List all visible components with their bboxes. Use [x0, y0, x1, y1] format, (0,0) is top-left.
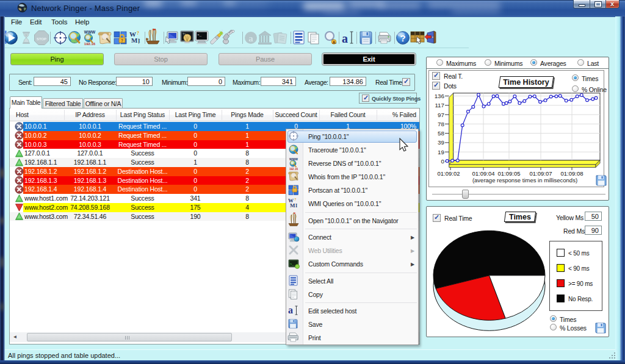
svg-text:WWW: WWW — [289, 157, 298, 161]
svg-text:?: ? — [294, 197, 297, 202]
svg-text:01:09:02: 01:09:02 — [438, 170, 460, 177]
svg-text:0: 0 — [441, 158, 445, 165]
svg-text:78: 78 — [438, 121, 444, 127]
svg-text:117: 117 — [435, 102, 444, 109]
svg-text:136: 136 — [435, 93, 445, 99]
svg-text:01:09:05: 01:09:05 — [498, 170, 521, 177]
svg-text:39: 39 — [438, 139, 444, 146]
svg-text:97: 97 — [438, 112, 444, 118]
svg-text:19: 19 — [438, 149, 444, 155]
svg-text:I: I — [295, 203, 297, 209]
svg-text:58: 58 — [438, 130, 444, 137]
svg-text:01:09:07: 01:09:07 — [530, 170, 552, 177]
svg-text:(average response times in mil: (average response times in milliseconds) — [472, 177, 577, 184]
svg-text:a: a — [288, 305, 293, 315]
svg-text:01:09:04: 01:09:04 — [472, 170, 495, 177]
svg-text:M: M — [290, 202, 295, 209]
svg-text:>_: >_ — [290, 262, 294, 266]
svg-text:192.16: 192.16 — [289, 168, 298, 171]
svg-text:01:09:08: 01:09:08 — [561, 170, 583, 177]
